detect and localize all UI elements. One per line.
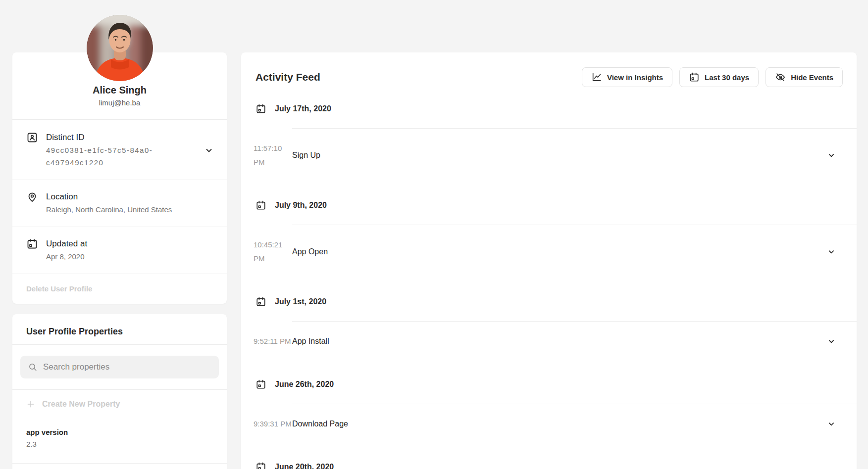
feed-date-header: July 17th, 2020 bbox=[255, 103, 857, 115]
search-properties-box[interactable] bbox=[20, 356, 219, 378]
feed-group: June 26th, 2020 9:39:31 PM Download Page bbox=[241, 378, 857, 444]
chevron-down-icon bbox=[826, 336, 837, 347]
event-expand-button[interactable] bbox=[826, 150, 837, 161]
activity-feed-list: July 17th, 2020 11:57:10 PM Sign Up July… bbox=[241, 97, 857, 469]
event-time: 9:52:11 PM bbox=[254, 334, 292, 348]
avatar-photo bbox=[87, 15, 153, 81]
event-row[interactable]: 10:45:21 PM App Open bbox=[241, 225, 857, 279]
location-value: Raleigh, North Carolina, United States bbox=[46, 203, 215, 216]
event-expand-button[interactable] bbox=[826, 336, 837, 347]
feed-date-label: June 20th, 2020 bbox=[275, 463, 334, 469]
calendar-icon bbox=[26, 238, 38, 250]
feed-date-header: July 9th, 2020 bbox=[255, 199, 857, 211]
search-icon bbox=[28, 362, 38, 372]
feed-group: July 9th, 2020 10:45:21 PM App Open bbox=[241, 199, 857, 279]
plus-icon bbox=[26, 400, 35, 409]
hide-events-button[interactable]: Hide Events bbox=[766, 67, 843, 87]
feed-date-label: June 26th, 2020 bbox=[275, 380, 334, 389]
event-expand-button[interactable] bbox=[826, 419, 837, 429]
event-name: App Install bbox=[292, 334, 329, 348]
properties-title: User Profile Properties bbox=[26, 326, 213, 337]
activity-feed-title: Activity Feed bbox=[255, 71, 320, 84]
chevron-down-icon bbox=[203, 144, 215, 156]
event-row[interactable]: 9:39:31 PM Download Page bbox=[241, 404, 857, 444]
updated-at-value: Apr 8, 2020 bbox=[46, 250, 215, 263]
event-expand-button[interactable] bbox=[826, 246, 837, 257]
feed-date-label: July 17th, 2020 bbox=[275, 104, 331, 113]
distinct-id-label: Distinct ID bbox=[46, 132, 203, 143]
location-label: Location bbox=[46, 191, 215, 203]
property-row-app-version[interactable]: app version 2.3 bbox=[12, 426, 227, 464]
event-row[interactable]: 11:57:10 PM Sign Up bbox=[241, 129, 857, 182]
calendar-icon bbox=[255, 200, 266, 211]
calendar-icon bbox=[255, 296, 266, 307]
event-row[interactable]: 9:52:11 PM App Install bbox=[241, 322, 857, 361]
feed-date-header: July 1st, 2020 bbox=[255, 296, 857, 308]
line-chart-icon bbox=[591, 72, 602, 83]
location-pin-icon bbox=[26, 191, 38, 203]
chevron-down-icon bbox=[826, 246, 837, 257]
last-30-days-label: Last 30 days bbox=[705, 73, 749, 82]
field-updated-at: Updated at Apr 8, 2020 bbox=[12, 227, 227, 274]
feed-date-label: July 9th, 2020 bbox=[275, 201, 327, 210]
user-profile-properties-card: User Profile Properties Create New Prope… bbox=[12, 314, 227, 469]
feed-group: June 20th, 2020 bbox=[241, 461, 857, 469]
chevron-down-icon bbox=[826, 419, 837, 429]
event-time: 10:45:21 PM bbox=[254, 238, 292, 266]
create-new-property-label: Create New Property bbox=[42, 400, 120, 409]
feed-group: July 17th, 2020 11:57:10 PM Sign Up bbox=[241, 103, 857, 182]
delete-user-profile-button[interactable]: Delete User Profile bbox=[26, 284, 92, 293]
hide-events-label: Hide Events bbox=[791, 73, 833, 82]
activity-feed-card: Activity Feed View in Insights Last 30 d… bbox=[241, 52, 857, 469]
create-new-property-button[interactable]: Create New Property bbox=[12, 390, 227, 409]
profile-name: Alice Singh bbox=[12, 84, 227, 96]
field-distinct-id: Distinct ID 49cc0381-e1fc-57c5-84a0-c497… bbox=[12, 120, 227, 180]
contact-card-icon bbox=[26, 132, 38, 143]
field-location: Location Raleigh, North Carolina, United… bbox=[12, 180, 227, 227]
distinct-id-value: 49cc0381-e1fc-57c5-84a0-c497949c1220 bbox=[46, 144, 191, 169]
last-30-days-button[interactable]: Last 30 days bbox=[679, 67, 759, 87]
event-time: 9:39:31 PM bbox=[254, 417, 292, 431]
profile-email: limuj@he.ba bbox=[12, 97, 227, 108]
avatar bbox=[87, 15, 153, 81]
view-in-insights-button[interactable]: View in Insights bbox=[582, 67, 672, 87]
property-value: 2.3 bbox=[26, 438, 213, 450]
search-properties-input[interactable] bbox=[43, 362, 211, 372]
feed-date-header: June 20th, 2020 bbox=[255, 461, 857, 469]
event-name: Download Page bbox=[292, 417, 348, 431]
property-name: app version bbox=[26, 426, 213, 438]
event-name: App Open bbox=[292, 245, 328, 259]
feed-date-label: July 1st, 2020 bbox=[275, 297, 326, 306]
distinct-id-expand-button[interactable] bbox=[203, 144, 215, 156]
view-in-insights-label: View in Insights bbox=[607, 73, 663, 82]
calendar-icon bbox=[255, 103, 266, 114]
calendar-icon bbox=[255, 462, 266, 469]
calendar-icon bbox=[689, 72, 700, 83]
feed-group: July 1st, 2020 9:52:11 PM App Install bbox=[241, 296, 857, 361]
event-time: 11:57:10 PM bbox=[254, 141, 292, 169]
event-name: Sign Up bbox=[292, 148, 320, 162]
eye-slash-icon bbox=[775, 72, 786, 83]
updated-at-label: Updated at bbox=[46, 238, 215, 250]
calendar-icon bbox=[255, 379, 266, 390]
feed-date-header: June 26th, 2020 bbox=[255, 378, 857, 390]
chevron-down-icon bbox=[826, 150, 837, 161]
user-profile-card: Alice Singh limuj@he.ba Distinct ID 49cc… bbox=[12, 52, 227, 304]
